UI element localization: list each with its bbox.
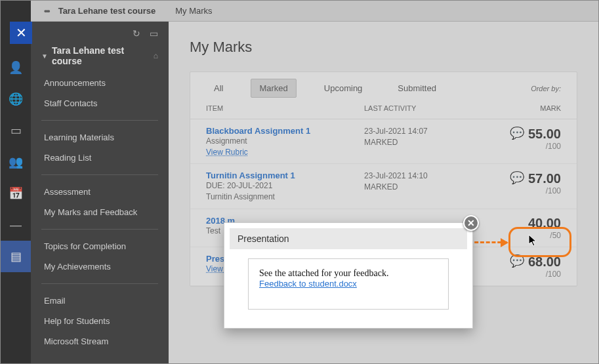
row-sub: DUE: 20-JUL-2021	[206, 180, 364, 192]
feedback-bubble-icon[interactable]: 💬	[510, 254, 524, 268]
row-activity-status: MARKED	[364, 182, 482, 193]
tab-submitted[interactable]: Submitted	[390, 79, 444, 97]
breadcrumb: ••• Tara Lehane test course My Marks	[31, 1, 598, 22]
sidebar-item-reading-list[interactable]: Reading List	[41, 148, 158, 168]
mark-row[interactable]: Turnitin Assignment 1 DUE: 20-JUL-2021 T…	[190, 164, 577, 210]
row-activity-status: MARKED	[364, 137, 482, 148]
modal-close-button[interactable]: ✕	[463, 215, 479, 231]
modal-title: Presentation	[230, 228, 467, 249]
modal-message: See the attached for your feedback.	[259, 268, 438, 279]
sidebar-item-email[interactable]: Email	[41, 291, 158, 311]
course-sidebar: ↻ ▭ ▼ Tara Lehane test course ⌂ Announce…	[31, 22, 169, 363]
rail-marks-icon[interactable]: ▤	[1, 241, 31, 272]
sidebar-item-achievements[interactable]: My Achievements	[41, 256, 158, 277]
breadcrumb-bullets-icon: •••	[44, 6, 49, 16]
close-panel-button[interactable]: ✕	[10, 22, 32, 44]
rail-courses-icon[interactable]: ▭	[1, 115, 31, 146]
row-sub: Assignment	[206, 136, 364, 147]
feedback-bubble-icon[interactable]: 💬	[510, 171, 524, 184]
tab-upcoming[interactable]: Upcoming	[316, 79, 371, 97]
col-mark: MARK	[482, 104, 561, 112]
view-rubric-link[interactable]: View Rubric	[206, 148, 248, 157]
row-mark: 68.00	[528, 254, 561, 269]
row-mark-total: /100	[482, 142, 561, 151]
feedback-file-link[interactable]: Feedback to student.docx	[259, 279, 357, 289]
refresh-icon[interactable]: ↻	[133, 28, 140, 39]
row-mark: 57.00	[528, 171, 561, 186]
sidebar-item-help[interactable]: Help for Students	[41, 311, 158, 331]
breadcrumb-page[interactable]: My Marks	[175, 6, 212, 16]
row-mark-total: /50	[482, 231, 561, 240]
rail-groups-icon[interactable]: 👥	[1, 146, 31, 178]
sidebar-course-title[interactable]: ▼ Tara Lehane test course ⌂	[41, 45, 158, 66]
sidebar-item-assessment[interactable]: Assessment	[41, 182, 158, 202]
sidebar-item-stream[interactable]: Microsoft Stream	[41, 331, 158, 352]
sidebar-item-announcements[interactable]: Announcements	[41, 73, 158, 93]
row-title[interactable]: Blackboard Assignment 1	[206, 126, 364, 136]
col-item: ITEM	[206, 104, 364, 112]
mark-row[interactable]: Blackboard Assignment 1 Assignment View …	[190, 119, 577, 164]
sidebar-course-title-text: Tara Lehane test course	[52, 45, 150, 66]
rail-calendar-icon[interactable]: 📅	[1, 178, 31, 209]
folder-icon[interactable]: ▭	[150, 28, 158, 39]
home-icon[interactable]: ⌂	[154, 51, 158, 60]
column-headers: ITEM LAST ACTIVITY MARK	[190, 98, 577, 119]
sidebar-item-topics[interactable]: Topics for Completion	[41, 236, 158, 256]
chevron-down-icon: ▼	[41, 52, 48, 60]
tab-marked[interactable]: Marked	[251, 79, 296, 98]
feedback-bubble-icon[interactable]: 💬	[510, 127, 524, 140]
row-activity-date: 23-Jul-2021 14:10	[364, 171, 482, 182]
rail-profile-icon[interactable]: 👤	[1, 52, 31, 83]
row-mark-total: /100	[482, 186, 561, 195]
row-sub2: Turnitin Assignment	[206, 192, 364, 203]
rail-globe-icon[interactable]: 🌐	[1, 83, 31, 115]
marks-tabs: All Marked Upcoming Submitted Order by:	[190, 72, 577, 98]
modal-body: See the attached for your feedback. Feed…	[248, 258, 449, 310]
sidebar-item-my-marks[interactable]: My Marks and Feedback	[41, 202, 158, 222]
order-by-label[interactable]: Order by:	[531, 85, 561, 92]
row-activity-date: 23-Jul-2021 14:07	[364, 126, 482, 137]
page-title: My Marks	[190, 39, 577, 56]
row-title[interactable]: Turnitin Assignment 1	[206, 171, 364, 180]
col-activity: LAST ACTIVITY	[364, 104, 482, 112]
nav-rail: 🏛 👤 🌐 ▭ 👥 📅 — ▤	[1, 1, 31, 363]
breadcrumb-course[interactable]: Tara Lehane test course	[58, 6, 156, 16]
sidebar-item-learning-materials[interactable]: Learning Materials	[41, 127, 158, 148]
sidebar-item-staff-contacts[interactable]: Staff Contacts	[41, 93, 158, 113]
row-mark: 55.00	[528, 127, 561, 141]
feedback-modal: ✕ Presentation See the attached for your…	[224, 222, 473, 329]
row-mark-total: /100	[482, 270, 561, 279]
row-mark: 40.00	[528, 216, 561, 230]
close-icon: ✕	[16, 25, 27, 41]
rail-messages-icon[interactable]: —	[1, 209, 31, 241]
tab-all[interactable]: All	[206, 79, 231, 97]
